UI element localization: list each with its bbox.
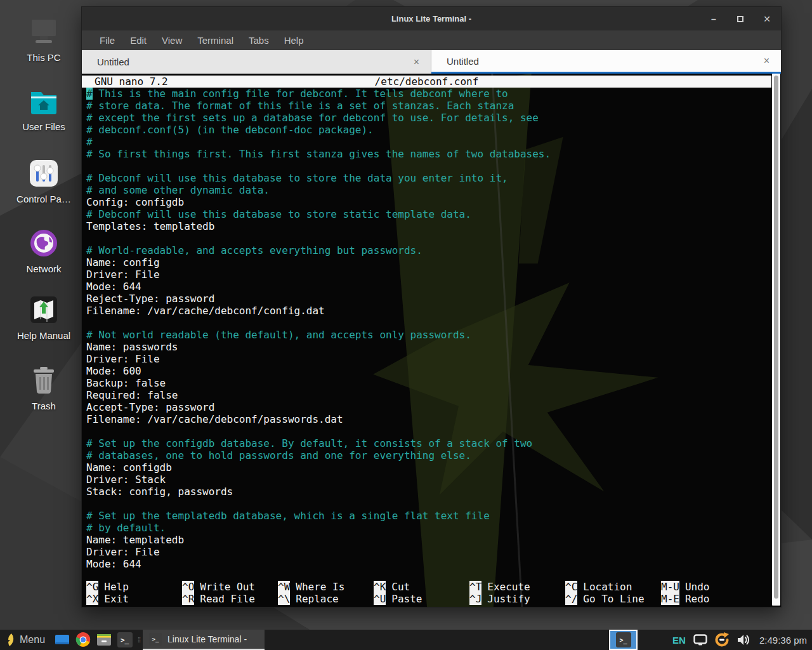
icon-label: This PC [27,52,60,63]
shortcut-where-is: ^WWhere Is [278,581,374,593]
desktop-icon [55,634,70,646]
system-tray: >_ EN 2:49:36 pm [609,630,812,650]
minimize-icon[interactable]: – [709,14,719,24]
menu-tabs[interactable]: Tabs [242,33,275,48]
nano-shortcut-bar: ^GHelp^OWrite Out^WWhere Is^KCut^TExecut… [82,581,771,607]
updates-tray-icon[interactable] [714,632,730,648]
terminal-line: Name: configdb [86,461,771,474]
start-menu-button[interactable]: Menu [0,630,51,650]
window-titlebar[interactable]: Linux Lite Terminal - – ✕ [82,7,781,30]
tray-active-window-button[interactable]: >_ [609,630,638,650]
terminal-line [86,317,771,329]
maximize-icon[interactable] [735,14,745,24]
desktop-icon-this-pc[interactable]: This PC [6,17,82,63]
shortcut-key: ^K [374,581,386,593]
taskbar-handle[interactable]: ⁞⁞ [135,630,143,650]
desktop-icon-user-files[interactable]: User Files [6,88,82,132]
terminal-line: # and some other dynamic data. [86,184,771,196]
terminal-line: # except the first sets up a database fo… [86,112,771,124]
file-manager-launcher[interactable] [93,630,114,650]
shortcut-label: Help [104,581,129,593]
terminal-line: # So first things first. This first stan… [86,148,771,160]
terminal-line: # Debconf will use this database to stor… [86,208,771,220]
terminal-line: Driver: File [86,353,771,365]
terminal-line: # This is the main config file for debco… [86,88,771,100]
linux-lite-logo-icon [6,633,15,647]
scrollbar-thumb[interactable] [774,76,778,599]
terminal-line: Mode: 600 [86,365,771,377]
shortcut-label: Where Is [296,581,344,593]
shortcut-key: ^W [278,581,290,593]
shortcut-label: Exit [104,593,129,605]
tab-untitled-1[interactable]: Untitled × [82,50,431,74]
shortcut-key: ^J [469,593,481,605]
shortcut-key: M-E [661,593,679,605]
tab-label: Untitled [447,56,479,67]
menu-terminal[interactable]: Terminal [191,33,240,48]
icon-label: Control Pa… [16,194,71,204]
shortcut-label: Replace [296,593,338,605]
terminal-window: Linux Lite Terminal - – ✕ File Edit View… [81,6,782,607]
shortcut-key: ^\ [278,593,290,605]
chrome-launcher[interactable] [72,630,93,650]
display-settings-tray-icon[interactable] [693,634,707,646]
shortcut-location: ^CLocation [565,581,661,593]
shortcut-go-to-line: ^/Go To Line [565,593,661,605]
shortcut-label: Redo [685,593,710,605]
shortcut-help: ^GHelp [86,581,182,593]
terminal-pane[interactable]: GNU nano 7.2 /etc/debconf.conf # This is… [82,74,781,607]
menu-edit[interactable]: Edit [124,33,153,48]
desktop-icon-control-panel[interactable]: Control Pa… [6,159,82,204]
terminal-icon: >_ [616,632,631,647]
desktop-icon-network[interactable]: Network [6,229,82,274]
taskbar: Menu >_ ⁞⁞ >_ Linux Lite Terminal - [0,630,812,650]
shortcut-label: Go To Line [583,593,644,605]
desktop-icon-help-manual[interactable]: Help Manual [6,295,82,341]
volume-tray-icon[interactable] [737,633,750,646]
window-title: Linux Lite Terminal - [82,14,781,23]
terminal-line: Required: false [86,389,771,401]
tab-bar: Untitled × Untitled × [82,50,781,74]
menu-help[interactable]: Help [278,33,310,48]
nano-file-path: /etc/debconf.conf [82,76,771,88]
terminal-line: # World-readable, and accepts everything… [86,244,771,256]
terminal-launcher[interactable]: >_ [114,630,135,650]
desktop-icon-trash[interactable]: Trash [6,366,82,411]
menu-view[interactable]: View [155,33,188,48]
terminal-line: # Debconf will use this database to stor… [86,172,771,184]
nano-titlebar: GNU nano 7.2 /etc/debconf.conf [82,76,771,88]
trash-icon [30,366,58,395]
shortcut-redo: M-ERedo [661,593,709,605]
text-cursor: # [86,88,93,100]
terminal-line: Templates: templatedb [86,220,771,232]
tab-close-icon[interactable]: × [764,56,769,66]
taskbar-clock[interactable]: 2:49:36 pm [759,635,807,646]
taskbar-window-button[interactable]: >_ Linux Lite Terminal - [143,630,265,650]
shortcut-key: ^/ [565,593,577,605]
task-button-label: Linux Lite Terminal - [167,634,247,644]
shortcut-key: ^C [565,581,577,593]
terminal-line: # Set up the configdb database. By defau… [86,437,771,449]
terminal-icon: >_ [149,633,162,646]
shortcut-undo: M-UUndo [661,581,709,593]
terminal-icon: >_ [117,632,133,647]
close-icon[interactable]: ✕ [762,14,772,24]
shortcut-key: ^O [182,581,194,593]
tab-close-icon[interactable]: × [414,57,419,67]
tab-untitled-2[interactable]: Untitled × [431,50,781,74]
terminal-line: Name: config [86,256,771,269]
terminal-line: Filename: /var/cache/debconf/config.dat [86,305,771,317]
terminal-scrollbar[interactable] [772,74,780,606]
shortcut-label: Execute [487,581,530,593]
terminal-line: Filename: /var/cache/debconf/passwords.d… [86,413,771,425]
terminal-line: # Set up the templatedb database, which … [86,510,771,522]
keyboard-layout-indicator[interactable]: EN [672,635,686,646]
nano-buffer[interactable]: # This is the main config file for debco… [82,88,771,581]
shortcut-row: ^XExit^RRead File^\Replace^UPaste^JJusti… [86,593,771,605]
show-desktop-button[interactable] [51,630,72,650]
terminal-line: Mode: 644 [86,281,771,293]
terminal-line: # [86,136,771,148]
menu-file[interactable]: File [93,33,121,48]
terminal-line: Stack: config, passwords [86,486,771,498]
shortcut-key: ^R [182,593,194,605]
